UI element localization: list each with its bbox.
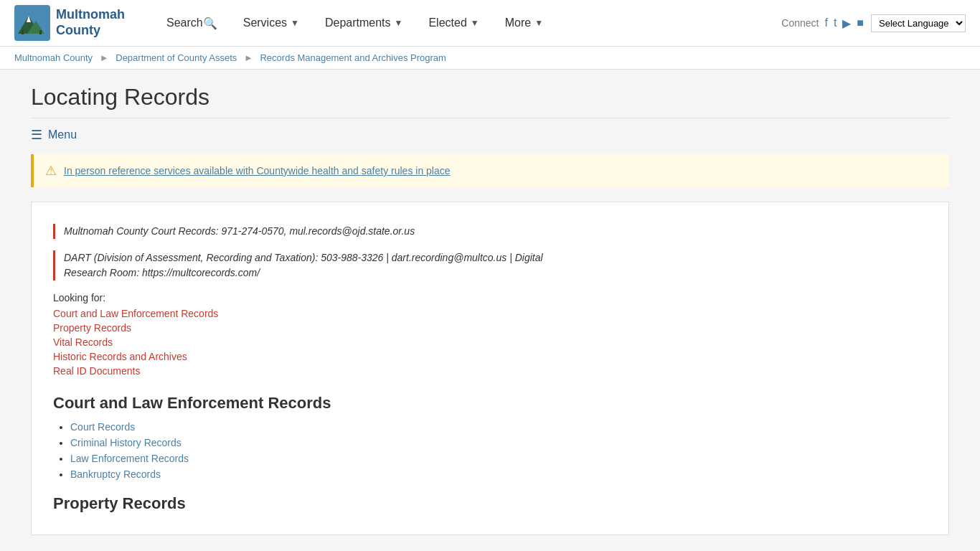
dart-info: DART (Division of Assessment, Recording … [53, 250, 927, 281]
breadcrumb-separator: ► [244, 52, 253, 63]
list-item: Court and Law Enforcement Records [53, 308, 927, 319]
alert-banner: ⚠ In person reference services available… [31, 154, 949, 187]
top-right-area: Connect f t ▶ ■ Select Language [781, 14, 966, 32]
menu-toggle[interactable]: ☰ Menu [31, 127, 949, 143]
dart-line1: DART (Division of Assessment, Recording … [64, 252, 543, 263]
connect-label: Connect [781, 17, 819, 29]
law-enforcement-link[interactable]: Law Enforcement Records [70, 453, 189, 464]
breadcrumb-program[interactable]: Records Management and Archives Program [260, 52, 446, 63]
twitter-icon[interactable]: t [834, 17, 837, 29]
looking-for-section: Looking for: Court and Law Enforcement R… [53, 292, 927, 377]
logo-link[interactable]: Multnomah County [14, 5, 125, 41]
looking-for-link-realid[interactable]: Real ID Documents [53, 365, 140, 377]
logo-icon [14, 5, 50, 41]
criminal-history-link[interactable]: Criminal History Records [70, 437, 182, 448]
breadcrumb: Multnomah County ► Department of County … [0, 47, 980, 70]
connect-area: Connect f t ▶ ■ [781, 17, 864, 30]
looking-for-list: Court and Law Enforcement Records Proper… [53, 308, 927, 377]
nav-search[interactable]: Search 🔍 [154, 0, 230, 47]
list-item: Law Enforcement Records [70, 453, 927, 464]
logo-text: Multnomah County [56, 7, 125, 38]
page-content: Locating Records ☰ Menu ⚠ In person refe… [17, 70, 963, 551]
main-navigation: Search 🔍 Services ▼ Departments ▼ Electe… [154, 0, 781, 47]
chevron-down-icon: ▼ [534, 18, 543, 28]
svg-rect-4 [22, 30, 24, 34]
looking-for-link-court[interactable]: Court and Law Enforcement Records [53, 308, 218, 319]
language-selector[interactable]: Select Language [871, 14, 966, 32]
court-law-section-heading: Court and Law Enforcement Records [53, 394, 927, 413]
list-item: Bankruptcy Records [70, 468, 927, 480]
nav-services[interactable]: Services ▼ [230, 0, 312, 47]
youtube-icon[interactable]: ▶ [842, 17, 851, 30]
nav-departments[interactable]: Departments ▼ [312, 0, 415, 47]
looking-for-link-vital[interactable]: Vital Records [53, 336, 113, 348]
warning-icon: ⚠ [45, 163, 57, 179]
dart-text: DART (Division of Assessment, Recording … [64, 250, 927, 281]
bankruptcy-link[interactable]: Bankruptcy Records [70, 468, 161, 480]
alert-message: In person reference services available w… [64, 165, 451, 176]
dart-line2: Research Room: https://multcorecords.com… [64, 267, 260, 278]
looking-for-link-property[interactable]: Property Records [53, 322, 131, 334]
instagram-icon[interactable]: ■ [857, 17, 864, 29]
court-law-records-list: Court Records Criminal History Records L… [53, 421, 927, 480]
svg-rect-5 [39, 30, 42, 34]
facebook-icon[interactable]: f [824, 17, 827, 29]
breadcrumb-separator: ► [100, 52, 109, 63]
page-title: Locating Records [31, 84, 949, 118]
nav-elected[interactable]: Elected ▼ [415, 0, 491, 47]
court-records-link[interactable]: Court Records [70, 421, 135, 433]
nav-more[interactable]: More ▼ [492, 0, 556, 47]
chevron-down-icon: ▼ [395, 18, 403, 28]
chevron-down-icon: ▼ [291, 18, 299, 28]
list-item: Property Records [53, 322, 927, 334]
list-item: Court Records [70, 421, 927, 433]
court-records-text: Multnomah County Court Records: 971-274-… [64, 224, 927, 239]
list-item: Real ID Documents [53, 365, 927, 377]
top-navigation-bar: Multnomah County Search 🔍 Services ▼ Dep… [0, 0, 980, 47]
hamburger-icon: ☰ [31, 127, 42, 143]
main-card: Multnomah County Court Records: 971-274-… [31, 202, 949, 535]
list-item: Criminal History Records [70, 437, 927, 448]
search-icon: 🔍 [203, 17, 217, 30]
looking-for-label: Looking for: [53, 292, 927, 303]
alert-link[interactable]: In person reference services available w… [64, 165, 451, 176]
court-records-info: Multnomah County Court Records: 971-274-… [53, 224, 927, 239]
chevron-down-icon: ▼ [471, 18, 479, 28]
breadcrumb-home[interactable]: Multnomah County [14, 52, 93, 63]
breadcrumb-dept[interactable]: Department of County Assets [116, 52, 237, 63]
list-item: Historic Records and Archives [53, 351, 927, 362]
property-records-heading: Property Records [53, 494, 927, 513]
list-item: Vital Records [53, 336, 927, 348]
menu-label: Menu [48, 128, 77, 141]
looking-for-link-historic[interactable]: Historic Records and Archives [53, 351, 187, 362]
